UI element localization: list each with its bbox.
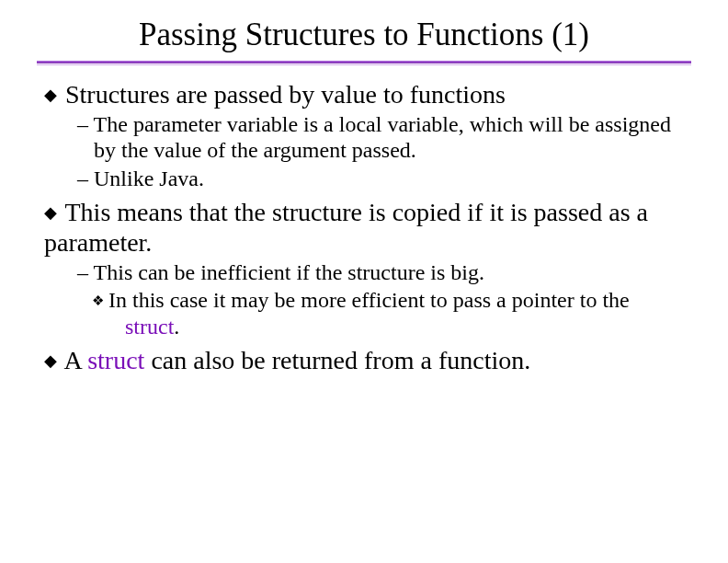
bullet-1-sub-2: – Unlike Java.: [77, 166, 684, 191]
dash-icon: –: [77, 112, 94, 136]
keyword-struct: struct: [87, 346, 144, 374]
slide-title: Passing Structures to Functions (1): [37, 17, 691, 53]
slide: Passing Structures to Functions (1) ◆ St…: [0, 0, 728, 563]
bullet-3-text-b: can also be returned from a function.: [144, 346, 530, 374]
bullet-3: ◆ A struct can also be returned from a f…: [44, 345, 684, 375]
bullet-1-text: Structures are passed by value to functi…: [65, 80, 506, 109]
bullet-1-sub-1: – The parameter variable is a local vari…: [77, 111, 684, 164]
slide-body: ◆ Structures are passed by value to func…: [37, 79, 691, 375]
title-underline: [37, 61, 691, 66]
bullet-3-text-a: A: [63, 346, 87, 374]
bullet-2: ◆ This means that the structure is copie…: [44, 197, 684, 258]
dash-icon: –: [77, 260, 94, 284]
dash-icon: –: [77, 167, 94, 190]
bullet-1-sub-2-text: Unlike Java.: [94, 167, 204, 190]
keyword-struct: struct: [125, 315, 174, 339]
bullet-2-text: This means that the structure is copied …: [44, 198, 648, 257]
bullet-2-sub-1: – This can be inefficient if the structu…: [77, 259, 684, 285]
bullet-2-sub-1-sub-1-text-a: In this case it may be more efficient to…: [108, 288, 630, 312]
bullet-2-sub-1-sub-1-text-b: .: [174, 315, 179, 339]
bullet-1-sub-1-text: The parameter variable is a local variab…: [94, 112, 671, 162]
bullet-2-sub-1-sub-1: ❖In this case it may be more efficient t…: [108, 287, 684, 339]
bullet-1: ◆ Structures are passed by value to func…: [44, 79, 684, 109]
bullet-2-sub-1-text: This can be inefficient if the structure…: [94, 260, 484, 284]
